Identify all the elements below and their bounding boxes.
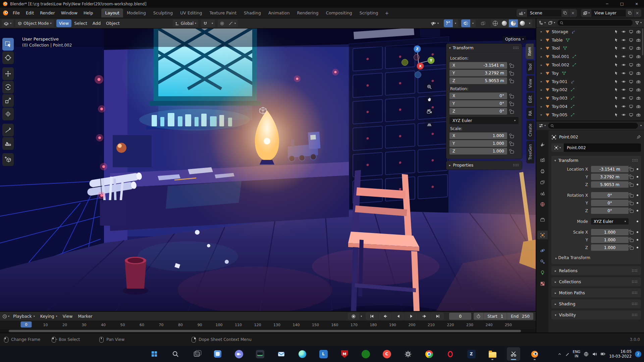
- properties-tab-constraints[interactable]: [537, 257, 548, 266]
- notification-badge[interactable]: 2: [635, 351, 641, 357]
- lock-icon[interactable]: [630, 194, 634, 197]
- auto-keying-toggle[interactable]: [348, 313, 359, 320]
- toggle-disable-render[interactable]: [636, 29, 641, 34]
- blender-menu-icon[interactable]: [3, 10, 8, 16]
- outliner-row-toy-002[interactable]: ▸Toy.002: [536, 86, 644, 94]
- properties-tab-texture[interactable]: [537, 279, 548, 288]
- lock-icon[interactable]: [630, 239, 634, 242]
- toggle-select[interactable]: [614, 29, 619, 34]
- expand-icon[interactable]: ▸: [541, 71, 545, 75]
- pin-icon[interactable]: [636, 135, 641, 139]
- gizmo-axis-z-neg[interactable]: [415, 72, 421, 78]
- section-collections[interactable]: ▸Collections: [551, 277, 641, 286]
- pan-button[interactable]: [425, 95, 434, 104]
- expand-icon[interactable]: ▸: [541, 63, 545, 67]
- navigation-gizmo[interactable]: Z Y X: [401, 45, 436, 80]
- workspace-tab-modeling[interactable]: Modeling: [123, 8, 150, 17]
- properties-tab-world[interactable]: [537, 200, 548, 208]
- taskbar-start[interactable]: [148, 347, 161, 361]
- show-object-types-dropdown[interactable]: ▾: [429, 19, 441, 27]
- animate-dot[interactable]: [637, 194, 638, 196]
- taskbar-blender[interactable]: [528, 347, 541, 361]
- toggle-hide[interactable]: [622, 113, 626, 117]
- expand-icon[interactable]: ▸: [541, 105, 545, 108]
- outliner-row-toy-005[interactable]: ▸Toy.005: [536, 111, 644, 119]
- workspace-tab-rendering[interactable]: Rendering: [293, 8, 322, 17]
- toggle-disable-viewport[interactable]: [629, 79, 633, 84]
- proportional-falloff-dropdown[interactable]: ▾: [226, 19, 238, 27]
- sidebar-tab-treegen[interactable]: TreeGen: [526, 141, 534, 163]
- new-scene-button[interactable]: [561, 9, 569, 17]
- viewport-menu-add[interactable]: Add: [90, 19, 103, 27]
- properties-options-icon[interactable]: ▾: [640, 124, 642, 127]
- gizmo-axis-y-neg[interactable]: [402, 59, 408, 66]
- toggle-hide[interactable]: [622, 71, 626, 75]
- properties-tab-output[interactable]: [537, 167, 548, 175]
- maximize-button[interactable]: □: [614, 0, 629, 8]
- taskbar-clipchamp[interactable]: C: [380, 347, 393, 361]
- minimize-button[interactable]: ─: [600, 0, 614, 8]
- toggle-xray[interactable]: [479, 19, 488, 27]
- viewport-menu-object[interactable]: Object: [103, 19, 122, 27]
- new-view-layer-button[interactable]: [626, 9, 633, 17]
- lock-icon[interactable]: [630, 184, 634, 187]
- toggle-disable-render[interactable]: [636, 54, 641, 59]
- current-frame-field[interactable]: 0: [449, 313, 471, 320]
- toggle-disable-render[interactable]: [636, 38, 641, 42]
- toggle-disable-render[interactable]: [636, 113, 641, 117]
- proportional-editing-toggle[interactable]: [218, 19, 226, 27]
- toggle-hide[interactable]: [622, 54, 626, 59]
- tool-rotate[interactable]: [2, 81, 14, 94]
- timeline-menu-marker[interactable]: Marker: [75, 313, 95, 320]
- toggle-hide[interactable]: [622, 46, 626, 50]
- toggle-disable-viewport[interactable]: [629, 46, 633, 50]
- camera-view-button[interactable]: [425, 107, 434, 116]
- tray-pen-icon[interactable]: [565, 352, 570, 356]
- animate-dot[interactable]: [637, 176, 638, 178]
- timeline-ruler[interactable]: 0 10203040506070809010011012013014015016…: [0, 321, 536, 329]
- jump-to-previous-keyframe-button[interactable]: [379, 313, 391, 320]
- tray-chevron-up-icon[interactable]: [557, 352, 562, 356]
- lock-icon[interactable]: [630, 202, 634, 205]
- rotation-x-field[interactable]: X0°: [449, 93, 507, 99]
- volume-icon[interactable]: [592, 352, 597, 357]
- jump-to-next-keyframe-button[interactable]: [418, 313, 431, 320]
- play-button[interactable]: [405, 313, 418, 320]
- sidebar-tab-tool[interactable]: Tool: [526, 60, 534, 74]
- lock-icon[interactable]: [510, 72, 514, 75]
- start-frame-field[interactable]: Start 1: [483, 313, 507, 320]
- lock-icon[interactable]: [630, 168, 634, 171]
- toggle-disable-render[interactable]: [636, 104, 641, 109]
- toggle-disable-render[interactable]: [636, 46, 641, 50]
- sidebar-tab-view[interactable]: View: [526, 75, 534, 91]
- timeline-menu-view[interactable]: View: [60, 313, 75, 320]
- orientation-dropdown[interactable]: Global▾: [173, 19, 198, 27]
- shading-wireframe-button[interactable]: [491, 19, 500, 27]
- panel-grip-handle[interactable]: [632, 159, 638, 162]
- toggle-disable-render[interactable]: [636, 87, 641, 92]
- workspace-tab-shading[interactable]: Shading: [240, 8, 265, 17]
- editor-type-button[interactable]: ▾: [2, 19, 13, 27]
- prop-field-scale-x[interactable]: 1.000: [591, 229, 629, 235]
- outliner-row-tool[interactable]: ▸Tool: [536, 44, 644, 53]
- taskbar-mcafee[interactable]: M: [338, 347, 351, 361]
- timeline-editor-type-button[interactable]: ▾: [2, 314, 9, 319]
- lock-icon[interactable]: [630, 231, 634, 234]
- lock-icon[interactable]: [510, 80, 514, 83]
- outliner-row-tool-001[interactable]: ▸Tool.001: [536, 52, 644, 61]
- transform-panel-header[interactable]: ▾ Transform: [446, 44, 522, 52]
- outliner-search-input[interactable]: [557, 20, 633, 26]
- tool-annotate[interactable]: [2, 124, 14, 136]
- toggle-select[interactable]: [614, 46, 619, 50]
- toggle-select[interactable]: [614, 54, 619, 59]
- lock-icon[interactable]: [510, 103, 514, 106]
- location-x-field[interactable]: X-3.1541 m: [449, 62, 507, 69]
- viewport-menu-view[interactable]: View: [56, 19, 72, 27]
- properties-tab-view-layer[interactable]: [537, 178, 548, 186]
- play-reverse-button[interactable]: [392, 313, 405, 320]
- taskbar-chrome[interactable]: [422, 347, 436, 361]
- toggle-disable-render[interactable]: [636, 79, 641, 84]
- toggle-select[interactable]: [614, 63, 619, 67]
- animate-dot[interactable]: [637, 210, 638, 212]
- animate-dot[interactable]: [637, 202, 638, 204]
